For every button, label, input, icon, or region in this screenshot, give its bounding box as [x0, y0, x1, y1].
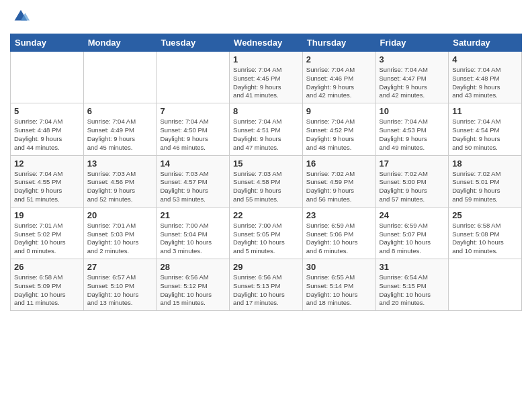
day-number: 10 [380, 106, 445, 116]
day-info: Sunrise: 6:56 AMSunset: 5:13 PMDaylight:… [233, 273, 299, 308]
day-cell: 26Sunrise: 6:58 AMSunset: 5:09 PMDayligh… [11, 259, 84, 311]
day-info: Sunrise: 7:04 AMSunset: 4:51 PMDaylight:… [233, 118, 299, 152]
day-cell: 6Sunrise: 7:04 AMSunset: 4:49 PMDaylight… [83, 103, 157, 155]
day-number: 15 [233, 158, 299, 169]
day-cell: 19Sunrise: 7:01 AMSunset: 5:02 PMDayligh… [11, 207, 84, 259]
day-info: Sunrise: 7:00 AMSunset: 5:04 PMDaylight:… [160, 222, 226, 256]
day-info: Sunrise: 7:04 AMSunset: 4:46 PMDaylight:… [306, 66, 372, 100]
day-number: 17 [380, 158, 445, 169]
day-number: 25 [452, 210, 518, 220]
logo-icon [11, 7, 30, 26]
day-number: 2 [306, 54, 372, 64]
day-info: Sunrise: 7:02 AMSunset: 4:59 PMDaylight:… [306, 170, 372, 204]
weekday-tuesday: Tuesday [157, 34, 230, 52]
weekday-wednesday: Wednesday [230, 34, 303, 52]
day-cell: 2Sunrise: 7:04 AMSunset: 4:46 PMDaylight… [302, 52, 375, 103]
day-info: Sunrise: 6:58 AMSunset: 5:08 PMDaylight:… [452, 222, 518, 256]
week-row-3: 19Sunrise: 7:01 AMSunset: 5:02 PMDayligh… [11, 207, 522, 259]
day-cell: 30Sunrise: 6:55 AMSunset: 5:14 PMDayligh… [302, 259, 375, 311]
day-number: 13 [87, 158, 153, 169]
day-info: Sunrise: 7:04 AMSunset: 4:53 PMDaylight:… [380, 118, 445, 152]
day-cell: 16Sunrise: 7:02 AMSunset: 4:59 PMDayligh… [302, 155, 375, 207]
day-info: Sunrise: 7:01 AMSunset: 5:03 PMDaylight:… [87, 222, 153, 256]
weekday-monday: Monday [83, 34, 157, 52]
week-row-2: 12Sunrise: 7:04 AMSunset: 4:55 PMDayligh… [11, 155, 522, 207]
weekday-saturday: Saturday [449, 34, 522, 52]
day-number: 20 [87, 210, 153, 220]
day-cell [157, 52, 230, 103]
day-cell: 4Sunrise: 7:04 AMSunset: 4:48 PMDaylight… [449, 52, 522, 103]
day-info: Sunrise: 6:56 AMSunset: 5:12 PMDaylight:… [160, 273, 226, 308]
weekday-thursday: Thursday [302, 34, 375, 52]
logo [10, 7, 30, 28]
week-row-4: 26Sunrise: 6:58 AMSunset: 5:09 PMDayligh… [11, 259, 522, 311]
day-info: Sunrise: 7:04 AMSunset: 4:52 PMDaylight:… [306, 118, 372, 152]
weekday-header-row: SundayMondayTuesdayWednesdayThursdayFrid… [11, 34, 522, 52]
day-cell: 9Sunrise: 7:04 AMSunset: 4:52 PMDaylight… [302, 103, 375, 155]
weekday-sunday: Sunday [11, 34, 84, 52]
day-cell: 8Sunrise: 7:04 AMSunset: 4:51 PMDaylight… [230, 103, 303, 155]
day-cell: 3Sunrise: 7:04 AMSunset: 4:47 PMDaylight… [375, 52, 449, 103]
day-cell: 10Sunrise: 7:04 AMSunset: 4:53 PMDayligh… [375, 103, 449, 155]
day-cell: 17Sunrise: 7:02 AMSunset: 5:00 PMDayligh… [375, 155, 449, 207]
day-number: 19 [14, 210, 80, 220]
day-number: 18 [452, 158, 518, 169]
page: SundayMondayTuesdayWednesdayThursdayFrid… [0, 0, 532, 411]
header [10, 7, 522, 28]
day-cell: 31Sunrise: 6:54 AMSunset: 5:15 PMDayligh… [375, 259, 449, 311]
day-cell: 20Sunrise: 7:01 AMSunset: 5:03 PMDayligh… [83, 207, 157, 259]
week-row-1: 5Sunrise: 7:04 AMSunset: 4:48 PMDaylight… [11, 103, 522, 155]
day-info: Sunrise: 7:04 AMSunset: 4:54 PMDaylight:… [452, 118, 518, 152]
day-info: Sunrise: 7:03 AMSunset: 4:56 PMDaylight:… [87, 170, 153, 204]
day-number: 5 [14, 106, 80, 116]
day-number: 8 [233, 106, 299, 116]
day-cell: 5Sunrise: 7:04 AMSunset: 4:48 PMDaylight… [11, 103, 84, 155]
day-cell: 29Sunrise: 6:56 AMSunset: 5:13 PMDayligh… [230, 259, 303, 311]
day-number: 27 [87, 262, 153, 272]
day-info: Sunrise: 7:04 AMSunset: 4:50 PMDaylight:… [160, 118, 226, 152]
day-info: Sunrise: 6:57 AMSunset: 5:10 PMDaylight:… [87, 273, 153, 308]
day-cell: 12Sunrise: 7:04 AMSunset: 4:55 PMDayligh… [11, 155, 84, 207]
day-number: 16 [306, 158, 372, 169]
day-info: Sunrise: 7:01 AMSunset: 5:02 PMDaylight:… [14, 222, 80, 256]
day-cell: 7Sunrise: 7:04 AMSunset: 4:50 PMDaylight… [157, 103, 230, 155]
day-number: 11 [452, 106, 518, 116]
day-cell: 24Sunrise: 6:59 AMSunset: 5:07 PMDayligh… [375, 207, 449, 259]
day-cell: 14Sunrise: 7:03 AMSunset: 4:57 PMDayligh… [157, 155, 230, 207]
day-info: Sunrise: 7:02 AMSunset: 5:01 PMDaylight:… [452, 170, 518, 204]
day-number: 14 [160, 158, 226, 169]
day-number: 23 [306, 210, 372, 220]
day-cell: 13Sunrise: 7:03 AMSunset: 4:56 PMDayligh… [83, 155, 157, 207]
day-cell: 11Sunrise: 7:04 AMSunset: 4:54 PMDayligh… [449, 103, 522, 155]
day-info: Sunrise: 7:04 AMSunset: 4:48 PMDaylight:… [14, 118, 80, 152]
day-number: 26 [14, 262, 80, 272]
day-cell: 1Sunrise: 7:04 AMSunset: 4:45 PMDaylight… [230, 52, 303, 103]
day-number: 1 [233, 54, 299, 64]
day-info: Sunrise: 6:58 AMSunset: 5:09 PMDaylight:… [14, 273, 80, 308]
day-number: 9 [306, 106, 372, 116]
day-info: Sunrise: 7:00 AMSunset: 5:05 PMDaylight:… [233, 222, 299, 256]
day-info: Sunrise: 6:54 AMSunset: 5:15 PMDaylight:… [380, 273, 445, 308]
day-cell: 28Sunrise: 6:56 AMSunset: 5:12 PMDayligh… [157, 259, 230, 311]
day-cell: 27Sunrise: 6:57 AMSunset: 5:10 PMDayligh… [83, 259, 157, 311]
day-info: Sunrise: 6:59 AMSunset: 5:07 PMDaylight:… [380, 222, 445, 256]
day-info: Sunrise: 6:55 AMSunset: 5:14 PMDaylight:… [306, 273, 372, 308]
day-number: 31 [380, 262, 445, 272]
day-cell: 18Sunrise: 7:02 AMSunset: 5:01 PMDayligh… [449, 155, 522, 207]
day-number: 21 [160, 210, 226, 220]
week-row-0: 1Sunrise: 7:04 AMSunset: 4:45 PMDaylight… [11, 52, 522, 103]
day-number: 6 [87, 106, 153, 116]
day-info: Sunrise: 7:04 AMSunset: 4:55 PMDaylight:… [14, 170, 80, 204]
day-cell: 22Sunrise: 7:00 AMSunset: 5:05 PMDayligh… [230, 207, 303, 259]
day-info: Sunrise: 7:04 AMSunset: 4:48 PMDaylight:… [452, 66, 518, 100]
day-info: Sunrise: 7:04 AMSunset: 4:45 PMDaylight:… [233, 66, 299, 100]
day-info: Sunrise: 7:02 AMSunset: 5:00 PMDaylight:… [380, 170, 445, 204]
day-info: Sunrise: 7:04 AMSunset: 4:49 PMDaylight:… [87, 118, 153, 152]
day-cell [449, 259, 522, 311]
day-number: 24 [380, 210, 445, 220]
calendar: SundayMondayTuesdayWednesdayThursdayFrid… [10, 34, 522, 311]
day-number: 29 [233, 262, 299, 272]
day-cell [83, 52, 157, 103]
day-number: 4 [452, 54, 518, 64]
weekday-friday: Friday [375, 34, 449, 52]
